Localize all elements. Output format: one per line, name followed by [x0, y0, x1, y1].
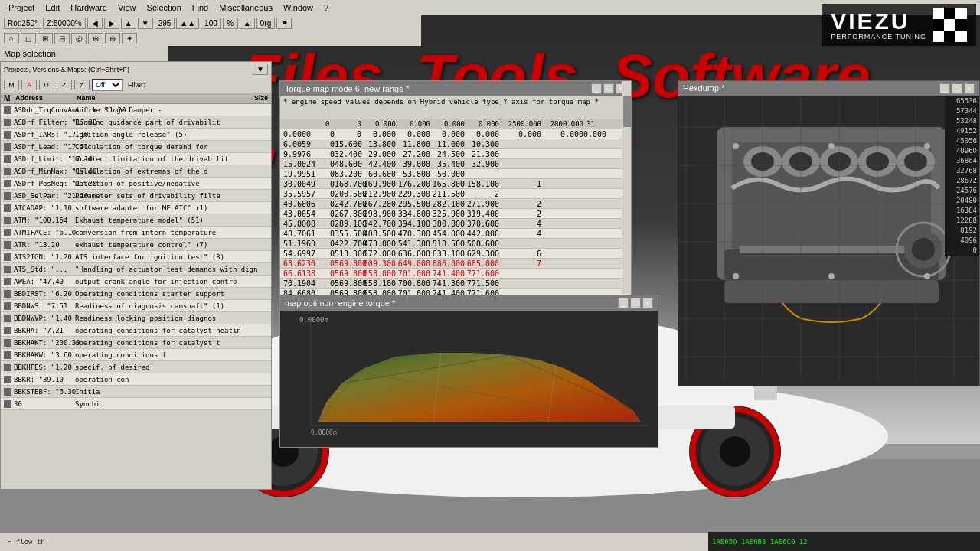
opt-torque-win-maximize[interactable]: □: [630, 298, 641, 308]
tb-btn-3[interactable]: ▲: [121, 18, 136, 29]
map-list-item[interactable]: ATMIFACE: "6.10conversion from intern te…: [1, 227, 271, 239]
torque-table-row[interactable]: 6.0059015.60013.80011.80011.00010.300: [280, 139, 631, 149]
hexdump-win-maximize[interactable]: □: [952, 83, 962, 94]
tb-btn-pct[interactable]: %: [223, 18, 238, 29]
tb-btn-7[interactable]: 100: [201, 18, 221, 29]
map-list-item[interactable]: ATM: "100.154Exhaust temperature model" …: [1, 214, 271, 227]
tb2-btn-5[interactable]: ◎: [71, 33, 87, 44]
map-list-item[interactable]: ASDrf_Limit: "17.10Gradient limitation o…: [1, 153, 271, 165]
map-list-item[interactable]: BBDNWVP: "1.40Readiness locking position…: [1, 312, 271, 324]
torque-win-maximize[interactable]: □: [603, 83, 614, 94]
torque-table-row[interactable]: 48.70610355.500408.500470.300454.000442.…: [280, 229, 631, 239]
map-list-item[interactable]: AWEA: "47.40output crank-angle for injec…: [1, 276, 271, 288]
torque-win-minimize[interactable]: _: [591, 83, 602, 94]
torque-table-row[interactable]: 40.60060242.700267.200295.500282.100271.…: [280, 199, 631, 209]
map-row-addr: BBDNWS: "7.51: [14, 302, 75, 310]
map-row-icon: [4, 400, 11, 408]
torque-table-row[interactable]: 0.0000000.0000.0000.0000.0000.0000.0000.…: [280, 129, 631, 139]
map-list-item[interactable]: BBDIRST: "6.20Operating conditions start…: [1, 288, 271, 300]
opt-torque-win-minimize[interactable]: _: [618, 298, 629, 308]
map-list-item[interactable]: ATCADAP: "1.10software adapter for MF AT…: [1, 202, 271, 214]
tb2-btn-6[interactable]: ⊕: [88, 33, 103, 44]
map-list-item[interactable]: BBDNWS: "7.51Readiness of diagnosis cams…: [1, 300, 271, 312]
rot-label[interactable]: Rot:250°: [4, 18, 41, 29]
hexdump-win-minimize[interactable]: _: [939, 83, 950, 94]
tb2-btn-1[interactable]: ⌂: [4, 33, 19, 44]
torque-table-row[interactable]: 70.19040569.800658.100700.800741.300771.…: [280, 279, 631, 289]
tb-btn-2[interactable]: ▶: [104, 18, 119, 29]
menu-view[interactable]: View: [113, 2, 141, 14]
tb2-btn-7[interactable]: ⊖: [105, 33, 120, 44]
menu-window[interactable]: Window: [279, 2, 318, 14]
svg-point-60: [912, 238, 935, 261]
map-row-icon: [4, 388, 11, 396]
torque-table-row[interactable]: 30.00490168.700169.900176.200165.800158.…: [280, 179, 631, 189]
filter-btn-5[interactable]: ≠: [74, 80, 90, 90]
torque-cell: 158.100: [465, 180, 499, 188]
torque-table-row[interactable]: 43.00540267.800298.900334.600325.900319.…: [280, 209, 631, 219]
torque-cell: 380.800: [430, 220, 465, 228]
tb-btn-flags[interactable]: ⚑: [276, 18, 292, 29]
torque-table-row[interactable]: 9.9976032.40029.00027.20024.50021.300: [280, 149, 631, 159]
menu-help[interactable]: ?: [319, 2, 333, 14]
tb-btn-6[interactable]: ▲▲: [176, 18, 199, 29]
map-list-item[interactable]: ASDrf_MinMax: "17.40Calculation of extre…: [1, 165, 271, 178]
map-list-item[interactable]: ASD_SelPar: "21.10Parameter sets of driv…: [1, 190, 271, 202]
map-list-item[interactable]: ATS_Std: "..."Handling of actuator test …: [1, 263, 271, 276]
torque-table-row[interactable]: 54.69970513.300572.000636.000633.100629.…: [280, 249, 631, 259]
menu-selection[interactable]: Selection: [142, 2, 186, 14]
torque-cell: 0: [325, 170, 335, 178]
torque-table-row[interactable]: 45.80080289.100342.700394.100380.800370.…: [280, 219, 631, 229]
map-list-item[interactable]: BBKHA: "7.21operating conditions for cat…: [1, 324, 271, 337]
map-row-name: output crank-angle for injection-contro: [75, 278, 268, 285]
tb-btn-5[interactable]: 295: [155, 18, 175, 29]
menu-edit[interactable]: Edit: [41, 2, 64, 14]
map-list-item[interactable]: BBKHFES: "1.20specif. of desired: [1, 361, 271, 373]
menu-project[interactable]: Project: [4, 2, 39, 14]
map-list-item[interactable]: ASDrf_PosNeg: "17.20Detection of positiv…: [1, 178, 271, 190]
torque-scrollbar-v[interactable]: [622, 81, 631, 294]
opt-torque-win-close[interactable]: ×: [642, 298, 653, 308]
filter-btn-3[interactable]: ↺: [39, 80, 54, 90]
map-list-item[interactable]: BBKR: "39.10operation con: [1, 373, 271, 386]
torque-cell: 0: [325, 249, 335, 258]
map-list-item[interactable]: BBKSTEBF: "6.30Initia: [1, 386, 271, 398]
map-list-item[interactable]: ASDrf_Filter: "17.30Forming guidance par…: [1, 116, 271, 129]
map-list-item[interactable]: ATR: "13.20exhaust temperature control" …: [1, 239, 271, 251]
torque-scrollbar-thumb[interactable]: [623, 96, 631, 127]
map-list-item[interactable]: BBKHAKW: "3.60operating conditions f: [1, 349, 271, 361]
filter-btn-4[interactable]: ✓: [57, 80, 72, 90]
tb2-btn-2[interactable]: ◻: [21, 33, 36, 44]
filter-mode-select[interactable]: Off On: [92, 79, 122, 91]
filter-btn-2[interactable]: A: [21, 80, 37, 90]
torque-table-row[interactable]: 66.61380569.800658.000701.000741.400771.…: [280, 269, 631, 279]
tb2-btn-8[interactable]: ✦: [122, 33, 137, 44]
menu-find[interactable]: Find: [188, 2, 213, 14]
zoom-label[interactable]: Z:50000%: [43, 18, 86, 29]
torque-table-row[interactable]: 35.59570200.500212.900229.300211.5002: [280, 189, 631, 199]
projects-dropdown-btn[interactable]: ▼: [253, 64, 268, 75]
tb-btn-4[interactable]: ▼: [138, 18, 153, 29]
menu-hardware[interactable]: Hardware: [66, 2, 112, 14]
tb-btn-up[interactable]: ▲: [240, 18, 255, 29]
torque-table-row[interactable]: 19.9951083.20060.60053.80050.000: [280, 169, 631, 179]
map-list-item[interactable]: ASDdc_TrqConvAntiJrk: "1.20Active Surge …: [1, 104, 271, 116]
map-list-item[interactable]: ATS2IGN: "1.20ATS interface for ignition…: [1, 251, 271, 263]
torque-table-row[interactable]: 51.19630422.700473.000541.300518.500508.…: [280, 239, 631, 249]
map-list-item[interactable]: BBKHAKT: "200.30operating conditions for…: [1, 337, 271, 349]
torque-table-row[interactable]: 63.62300569.800609.300649.000686.000685.…: [280, 259, 631, 269]
menu-miscellaneous[interactable]: Miscellaneous: [214, 2, 277, 14]
torque-table-scroll[interactable]: 0.0000000.0000.0000.0000.0000.0000.0000.…: [280, 129, 631, 308]
torque-cell: 685.000: [465, 259, 499, 268]
map-list-item[interactable]: 30Synchi: [1, 398, 271, 410]
tb-btn-1[interactable]: ◀: [87, 18, 103, 29]
tb-btn-loc[interactable]: 0rg: [256, 18, 275, 29]
map-row-name: conversion from intern temperature: [75, 229, 268, 236]
hexdump-win-close[interactable]: ×: [964, 83, 975, 94]
filter-btn-1[interactable]: M: [4, 80, 19, 90]
map-list-item[interactable]: ASDrf_IARs: "17.10Ignition angle release…: [1, 129, 271, 141]
torque-table-row[interactable]: 15.0024048.60042.40039.00035.40032.900: [280, 159, 631, 169]
tb2-btn-4[interactable]: ⊟: [54, 33, 70, 44]
tb2-btn-3[interactable]: ⊞: [38, 33, 53, 44]
map-list-item[interactable]: ASDrf_Lead: "17.51Calculation of torque …: [1, 141, 271, 153]
